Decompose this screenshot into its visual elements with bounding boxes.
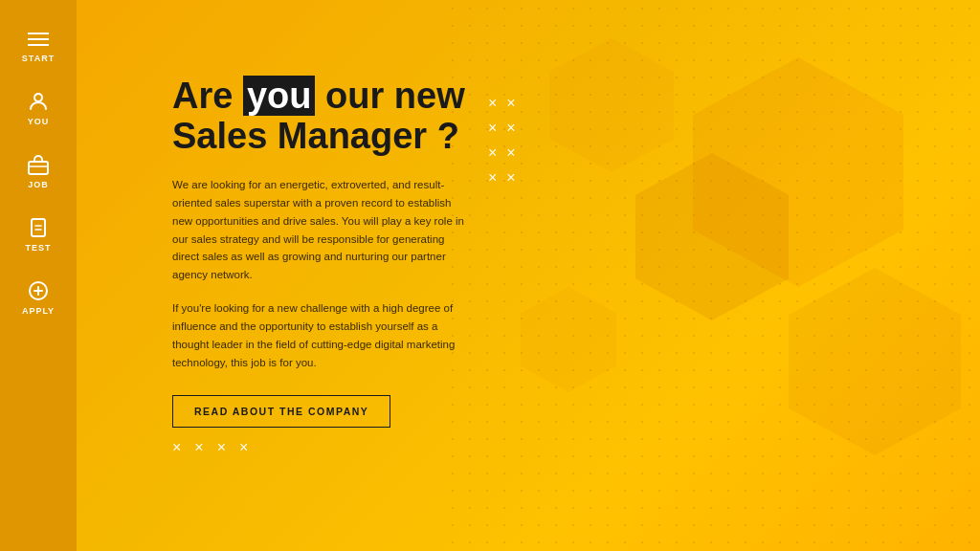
sidebar-job-label: JOB: [28, 180, 49, 189]
plus-circle-icon: [27, 279, 50, 302]
svg-rect-1: [29, 162, 48, 174]
hex-decoration-4: [789, 268, 961, 455]
main-content: × × × × × × × × Are you our new Sales Ma…: [77, 0, 980, 551]
svg-point-0: [34, 94, 42, 101]
sidebar-item-start[interactable]: START: [0, 19, 77, 77]
sidebar-item-you[interactable]: YOU: [0, 77, 77, 140]
sidebar-start-label: START: [22, 54, 55, 63]
sidebar-apply-label: APPLY: [22, 306, 55, 316]
sidebar-item-test[interactable]: TEST: [0, 203, 77, 266]
sidebar-test-label: TEST: [25, 243, 51, 253]
hex-decoration-3: [549, 38, 674, 172]
svg-rect-3: [32, 219, 45, 236]
headline-highlight: you: [243, 76, 316, 116]
sidebar-you-label: YOU: [28, 117, 50, 126]
clipboard-icon: [27, 216, 50, 239]
description-1: We are looking for an energetic, extrove…: [172, 176, 469, 285]
sidebar: START YOU JOB TEST A: [0, 0, 77, 551]
read-about-company-button[interactable]: READ ABOUT THE COMPANY: [172, 395, 390, 428]
page-headline: Are you our new Sales Manager ?: [172, 77, 555, 157]
headline-prefix: Are: [172, 76, 243, 116]
person-icon: [27, 90, 50, 113]
headline-line2: Sales Manager ?: [172, 116, 459, 156]
hero-content: Are you our new Sales Manager ? We are l…: [172, 77, 555, 447]
briefcase-icon: [27, 153, 50, 176]
description-2: If you're looking for a new challenge wi…: [172, 299, 469, 372]
sidebar-item-apply[interactable]: APPLY: [0, 266, 77, 329]
sidebar-item-job[interactable]: JOB: [0, 140, 77, 203]
headline-suffix: our new: [315, 76, 464, 116]
